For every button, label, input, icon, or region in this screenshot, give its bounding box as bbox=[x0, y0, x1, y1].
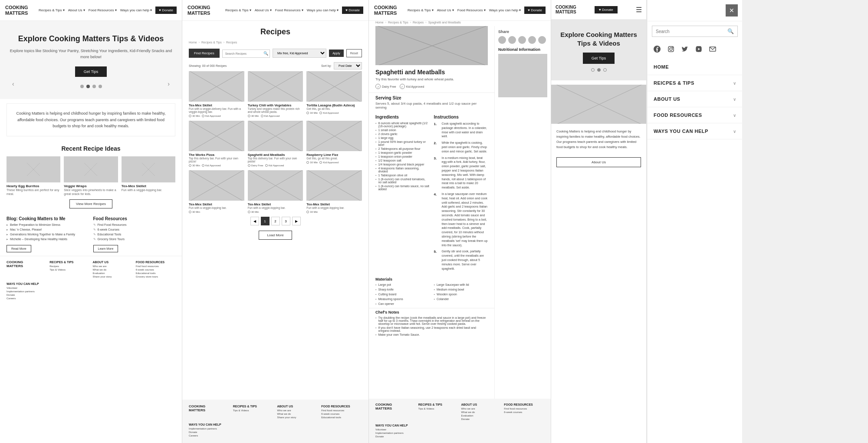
twitter-icon[interactable] bbox=[681, 45, 689, 53]
footer-p2-link-4[interactable]: Share your story bbox=[277, 416, 318, 419]
mobile-dot-3[interactable] bbox=[603, 68, 607, 72]
page-3[interactable]: 3 bbox=[282, 217, 290, 225]
footer-food-link-1[interactable]: Find food resources bbox=[136, 265, 175, 268]
footer-food-link-2[interactable]: 6-week courses bbox=[136, 268, 175, 271]
nav-p3-food[interactable]: Food Resources ▾ bbox=[457, 8, 486, 12]
footer-p3-link-6[interactable]: Find food resources bbox=[504, 407, 544, 410]
footer-p2-link-10[interactable]: Careers bbox=[189, 434, 230, 437]
mobile-donate-button[interactable]: ♥ Donate bbox=[595, 6, 618, 13]
mobile-get-tips-button[interactable]: Get Tips bbox=[583, 53, 615, 64]
hamburger-button[interactable]: ☰ bbox=[636, 6, 642, 14]
sidebar-recipes-tips[interactable]: REICPES & TIPS ∨ bbox=[648, 75, 742, 91]
footer-p3-link-8[interactable]: Volunteer bbox=[375, 428, 416, 431]
breadcrumb-recipes-p3[interactable]: Recipes bbox=[413, 21, 424, 24]
email-icon[interactable] bbox=[708, 45, 717, 53]
find-recipes-button[interactable]: Find Recipes bbox=[189, 49, 220, 58]
dot-2[interactable] bbox=[86, 85, 90, 88]
share-twitter-icon[interactable] bbox=[508, 36, 516, 44]
nav-ways[interactable]: Ways you can help ▾ bbox=[120, 8, 152, 12]
footer-p3-link-1[interactable]: Tips & Videos bbox=[418, 407, 459, 410]
donate-button-p2[interactable]: ♥ Donate bbox=[342, 7, 363, 14]
instagram-icon[interactable] bbox=[667, 45, 675, 53]
nav-p3-ways[interactable]: Ways you can help ▾ bbox=[489, 8, 521, 12]
footer-p2-link-7[interactable]: Educational tools bbox=[321, 416, 362, 419]
nav-p2-ways[interactable]: Ways you can help ▾ bbox=[307, 8, 339, 12]
share-link-icon[interactable] bbox=[528, 36, 536, 44]
sidebar-home[interactable]: HOME bbox=[648, 59, 742, 75]
nav-about-us[interactable]: About Us ▾ bbox=[68, 8, 85, 12]
nav-p3-about[interactable]: About Us ▾ bbox=[437, 8, 454, 12]
footer-recipes-link-1[interactable]: Recipes bbox=[49, 265, 89, 268]
sidebar-food-resources[interactable]: FOOD RESOURCES ∨ bbox=[648, 107, 742, 123]
get-tips-button[interactable]: Get Tips bbox=[75, 66, 107, 77]
sidebar-ways[interactable]: WAYS YOU CAN HELP ∨ bbox=[648, 123, 742, 139]
nav-p3-recipes[interactable]: Recipes & Tips ▾ bbox=[408, 8, 434, 12]
footer-p2-link-6[interactable]: 6-week courses bbox=[321, 413, 362, 415]
breadcrumb-rt-p3[interactable]: Recipes & Tips bbox=[388, 21, 408, 24]
footer-p2-link-3[interactable]: What we do bbox=[277, 413, 318, 415]
nav-recipes-tips[interactable]: Recipes & Tips ▾ bbox=[39, 8, 65, 12]
sidebar-about-us[interactable]: ABOUT US ∨ bbox=[648, 91, 742, 107]
footer-p2-link-1[interactable]: Tips & Videos bbox=[233, 409, 274, 412]
footer-p3-link-4[interactable]: Evaluation bbox=[461, 414, 502, 417]
footer-ways-link-4[interactable]: Careers bbox=[7, 297, 46, 300]
view-more-recipes-button[interactable]: View More Recipes bbox=[69, 199, 112, 208]
footer-p2-link-5[interactable]: Find food resources bbox=[321, 409, 362, 412]
footer-p2-link-2[interactable]: Who we are bbox=[277, 409, 318, 412]
nav-p2-food[interactable]: Food Resources ▾ bbox=[275, 8, 303, 12]
read-more-button[interactable]: Read More bbox=[7, 245, 31, 252]
footer-about-link-4[interactable]: Share your story bbox=[93, 275, 132, 278]
footer-food-link-3[interactable]: Educational tools bbox=[136, 272, 175, 274]
share-print-icon[interactable] bbox=[538, 36, 546, 44]
footer-about-link-3[interactable]: Evaluation bbox=[93, 272, 132, 274]
dot-3[interactable] bbox=[92, 85, 96, 88]
breadcrumb-home[interactable]: Home bbox=[189, 41, 197, 44]
footer-ways-link-2[interactable]: Implementation partners bbox=[7, 290, 46, 293]
breadcrumb-home-p3[interactable]: Home bbox=[375, 21, 384, 24]
nav-p2-about[interactable]: About Us ▾ bbox=[255, 8, 272, 12]
facebook-icon[interactable] bbox=[653, 45, 661, 53]
footer-ways-link-1[interactable]: Volunteer bbox=[7, 287, 46, 289]
dot-4[interactable] bbox=[99, 85, 102, 88]
apply-button[interactable]: Apply bbox=[329, 50, 344, 57]
sidebar-search-input[interactable] bbox=[656, 29, 725, 34]
donate-button-p1[interactable]: ♥ Donate bbox=[155, 7, 177, 14]
sidebar-close-button[interactable]: ✕ bbox=[726, 4, 738, 17]
nav-p2-recipes[interactable]: Recipes & Tips ▾ bbox=[225, 8, 251, 12]
load-more-button[interactable]: Load More bbox=[259, 231, 292, 240]
footer-p3-link-9[interactable]: Implementation partners bbox=[375, 432, 416, 434]
sidebar-search-icon[interactable]: 🔍 bbox=[727, 28, 734, 34]
footer-food-link-4[interactable]: Grocery store tours bbox=[136, 275, 175, 278]
nav-food-resources[interactable]: Food Resources ▾ bbox=[89, 8, 117, 12]
footer-about-link-1[interactable]: Who we are bbox=[93, 265, 132, 268]
page-next[interactable]: ▶ bbox=[292, 217, 301, 225]
footer-p2-link-8[interactable]: Implementation partners bbox=[189, 427, 230, 430]
footer-recipes-link-2[interactable]: Tips & Videos bbox=[49, 268, 89, 271]
carousel-prev[interactable]: ‹ bbox=[12, 79, 14, 88]
mobile-about-button[interactable]: About Us bbox=[556, 157, 641, 167]
footer-p3-link-5[interactable]: Donate bbox=[461, 418, 502, 420]
mobile-dot-2[interactable] bbox=[597, 68, 601, 72]
footer-p3-link-2[interactable]: Who we are bbox=[461, 407, 502, 410]
footer-p3-link-7[interactable]: 6-week courses bbox=[504, 411, 544, 413]
learn-more-button[interactable]: Learn More bbox=[93, 245, 118, 252]
page-2[interactable]: 2 bbox=[271, 217, 280, 225]
page-1[interactable]: 1 bbox=[261, 217, 270, 225]
search-input[interactable] bbox=[222, 50, 270, 58]
breadcrumb-recipes-tips[interactable]: Recipes & Tips bbox=[201, 41, 222, 44]
donate-button-p3[interactable]: ♥ Donate bbox=[524, 7, 546, 14]
share-email-icon[interactable] bbox=[518, 36, 526, 44]
footer-ways-link-3[interactable]: Donate bbox=[7, 294, 46, 296]
sort-select[interactable]: Post Date bbox=[334, 62, 362, 69]
reset-button[interactable]: Reset bbox=[346, 49, 362, 57]
page-prev[interactable]: ◀ bbox=[250, 217, 259, 225]
carousel-next[interactable]: › bbox=[168, 79, 170, 88]
share-facebook-icon[interactable] bbox=[498, 36, 506, 44]
filter-select[interactable]: Mix free, Kid Approved bbox=[273, 49, 326, 58]
footer-p2-link-9[interactable]: Donate bbox=[189, 431, 230, 433]
youtube-icon[interactable] bbox=[694, 45, 703, 53]
mobile-dot-1[interactable] bbox=[591, 68, 595, 72]
footer-p3-link-3[interactable]: What we do bbox=[461, 411, 502, 413]
footer-about-link-2[interactable]: What we do bbox=[93, 268, 132, 271]
footer-p3-link-10[interactable]: Donate bbox=[375, 435, 416, 438]
